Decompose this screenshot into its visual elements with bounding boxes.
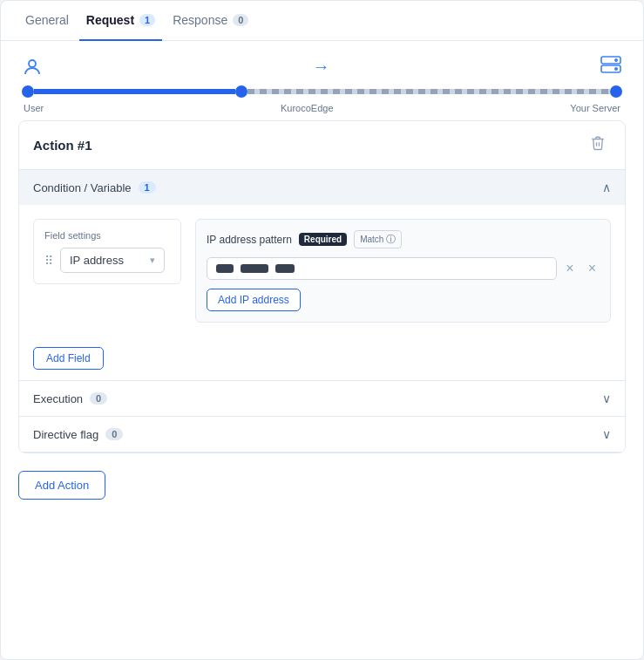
directive-section-badge: 0 [105,428,123,440]
required-badge: Required [299,233,347,246]
condition-section-header[interactable]: Condition / Variable 1 ∧ [19,170,625,205]
label-kurocoedge: KurocoEdge [44,103,570,113]
field-type-select[interactable]: IP address ▾ [60,248,165,273]
pipeline-diagram: → User KurocoEdge Your Server [1,41,643,120]
ip-pattern-header: IP address pattern Required Match ⓘ [207,230,600,248]
label-your-server: Your Server [570,103,620,113]
tab-request-badge: 1 [139,14,155,26]
add-action-button[interactable]: Add Action [18,471,105,500]
ip-pattern-label: IP address pattern [207,234,292,246]
ip-input-row: × × [207,257,600,280]
dot-start [22,85,34,98]
ip-pattern-box: IP address pattern Required Match ⓘ [195,219,611,323]
tab-request[interactable]: Request 1 [79,1,162,41]
condition-section-badge: 1 [139,181,156,194]
drag-handle-icon[interactable]: ⠿ [44,254,53,268]
tab-request-label: Request [86,13,134,27]
add-field-row: Add Field [19,337,625,380]
execution-chevron-down-icon: ∨ [602,391,611,405]
svg-point-0 [29,60,36,67]
action-header: Action #1 [19,121,625,170]
bar-filled [34,89,235,94]
user-node-icon [22,57,43,78]
pipeline-arrow-icon: → [313,57,330,77]
ip-input-field[interactable] [207,257,557,280]
ip-blurred-1 [216,264,234,273]
info-icon: ⓘ [386,233,396,246]
directive-section: Directive flag 0 ∨ [19,417,625,452]
label-user: User [24,103,44,113]
tabs-bar: General Request 1 Response 0 [1,1,643,41]
field-row: Field settings ⠿ IP address ▾ [33,219,611,323]
tab-response-badge: 0 [233,14,248,26]
directive-section-header[interactable]: Directive flag 0 ∨ [19,417,625,452]
tab-general[interactable]: General [18,1,76,41]
progress-bar-row [22,85,622,98]
bar-striped [247,89,610,94]
directive-section-title: Directive flag 0 [33,428,123,441]
condition-section-body: Field settings ⠿ IP address ▾ [19,205,625,337]
ip-blurred-3 [275,264,295,273]
execution-section: Execution 0 ∨ [19,381,625,417]
field-type-value: IP address [70,254,124,267]
tab-response-label: Response [173,13,227,27]
server-node-icon [600,55,622,78]
directive-chevron-down-icon: ∨ [602,427,611,441]
tab-response[interactable]: Response 0 [166,1,255,41]
main-container: General Request 1 Response 0 → [0,0,644,660]
field-select-row: ⠿ IP address ▾ [44,248,170,273]
ip-remove-button[interactable]: × [585,257,600,280]
tab-general-label: General [25,13,69,27]
execution-section-badge: 0 [90,392,107,405]
main-body: Action #1 Condition / Variable 1 [1,120,643,517]
condition-chevron-up-icon: ∧ [602,180,611,194]
condition-section-title: Condition / Variable 1 [33,181,156,194]
execution-section-title: Execution 0 [33,392,107,405]
svg-point-4 [615,68,617,70]
delete-action-button[interactable] [585,133,611,157]
add-field-button[interactable]: Add Field [33,347,104,370]
action-card: Action #1 Condition / Variable 1 [18,120,626,453]
dot-end [610,85,622,98]
field-settings-label: Field settings [44,230,170,241]
pipeline-labels: User KurocoEdge Your Server [22,103,622,113]
select-chevron-down-icon: ▾ [150,255,155,266]
field-settings-box: Field settings ⠿ IP address ▾ [33,219,181,284]
ip-blurred-2 [241,264,268,273]
execution-section-header[interactable]: Execution 0 ∨ [19,381,625,416]
ip-clear-button[interactable]: × [562,257,577,280]
condition-section: Condition / Variable 1 ∧ Field settings … [19,170,625,381]
add-ip-address-button[interactable]: Add IP address [207,289,301,311]
match-badge[interactable]: Match ⓘ [354,230,402,248]
dot-middle [235,85,247,98]
svg-point-3 [615,59,617,61]
action-title: Action #1 [33,138,92,153]
